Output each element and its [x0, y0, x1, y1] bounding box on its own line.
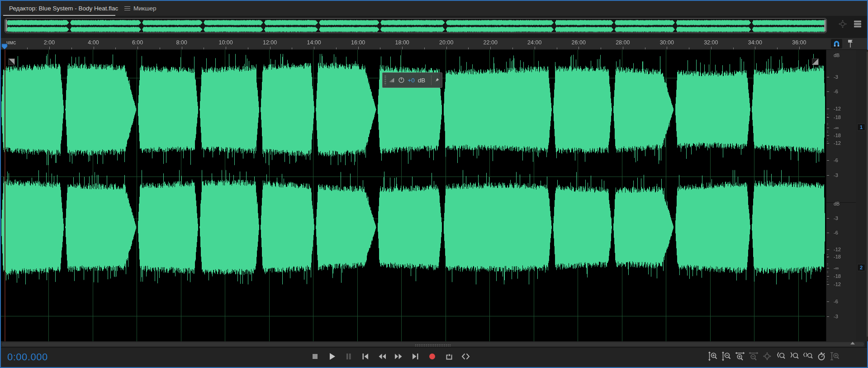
db-tick-label: -6 [834, 89, 838, 94]
status-bar: 0:00.000 [1, 347, 867, 367]
horizontal-scrollbar[interactable] [1, 341, 865, 347]
marker-flag-icon [847, 39, 854, 48]
ruler-tick [579, 47, 579, 49]
snap-toggle-button[interactable] [831, 39, 842, 48]
add-marker-button[interactable] [846, 39, 854, 48]
channel-2-badge[interactable]: 2 [857, 264, 865, 271]
scroll-up-arrow-icon[interactable] [850, 342, 855, 344]
db-tick-mark [827, 109, 829, 109]
db-tick-mark [827, 132, 828, 133]
ruler-time-label: 36:00 [792, 39, 806, 46]
db-tick-label: -18 [834, 115, 841, 120]
db-tick-mark [827, 272, 828, 273]
db-tick-mark [827, 135, 829, 136]
ruler-tick [115, 48, 116, 49]
ruler-tick [380, 48, 380, 49]
db-tick-mark [827, 175, 829, 176]
ruler-tick [689, 48, 689, 49]
zoom-in-point-button[interactable] [776, 351, 786, 362]
mixer-tab-label: Микшер [133, 5, 157, 12]
time-display[interactable]: 0:00.000 [7, 351, 48, 363]
db-tick-mark [827, 91, 829, 92]
ruler-tick [402, 47, 403, 49]
ruler-tick [667, 47, 667, 49]
db-tick-mark [827, 265, 828, 265]
ruler-tick [755, 47, 755, 49]
zoom-out-point-button[interactable] [789, 351, 799, 362]
skip-selection-button[interactable] [460, 351, 471, 362]
gain-value[interactable]: +0 [408, 77, 414, 84]
ruler-tick [182, 47, 182, 49]
waveform-display[interactable]: +0 dB [1, 50, 867, 341]
ruler-time-label: 20:00 [439, 39, 453, 46]
channel-1-badge[interactable]: 1 [857, 124, 865, 131]
db-tick-label: -12 [834, 140, 841, 146]
zoom-in-horizontal-button[interactable] [735, 351, 745, 362]
ruler-time-label: 32:00 [704, 39, 718, 46]
hud-separator [431, 75, 432, 85]
loop-playback-button[interactable] [443, 351, 454, 362]
ruler-time-label: 34:00 [748, 39, 762, 46]
ruler-tick [623, 47, 623, 49]
ruler-tick [468, 48, 469, 49]
volume-hud[interactable]: +0 dB [382, 72, 442, 88]
db-tick-mark [827, 218, 829, 219]
skip-to-start-button[interactable] [360, 351, 370, 362]
db-tick-label: -6 [834, 230, 838, 235]
knob-icon[interactable] [398, 75, 405, 85]
fast-forward-button[interactable] [393, 351, 404, 362]
ruler-tick [358, 47, 359, 49]
db-tick-mark [827, 128, 829, 128]
navigator-right-handle[interactable] [824, 19, 826, 32]
skip-to-end-button[interactable] [410, 351, 421, 362]
db-tick-label: -6 [834, 299, 838, 304]
pin-icon[interactable] [435, 76, 439, 84]
db-tick-mark [827, 316, 829, 317]
zoom-out-vertical-button[interactable] [721, 351, 731, 362]
ruler-time-label: 2:00 [44, 39, 55, 46]
db-tick-mark [827, 123, 828, 124]
navigator-left-handle[interactable] [5, 19, 7, 32]
zoom-reset-icon[interactable] [838, 19, 847, 29]
audition-editor-panel: Редактор: Blue System - Body Heat.flac М… [0, 0, 868, 368]
db-scale-column[interactable]: dB-3-6-12-18-∞-18-12-6-3dB-3-6-12-18-∞-1… [826, 50, 856, 341]
ruler-tick [645, 48, 645, 49]
db-tick-label: -18 [834, 254, 841, 259]
db-tick-mark [827, 143, 829, 143]
stop-button[interactable] [309, 351, 320, 362]
zoom-toolbar [708, 351, 840, 362]
tab-mixer[interactable]: Микшер [129, 1, 161, 16]
zoom-reset-vertical-button [830, 351, 840, 362]
db-tick-mark [827, 131, 828, 131]
playhead-handle[interactable] [1, 43, 8, 50]
db-tick-label: -12 [834, 282, 841, 287]
ruler-tick [160, 48, 160, 49]
tab-editor[interactable]: Редактор: Blue System - Body Heat.flac [3, 1, 137, 16]
db-tick-label: -3 [834, 74, 838, 80]
db-tick-mark [827, 117, 828, 117]
zoom-selection-button[interactable] [803, 351, 813, 362]
ruler-tick [446, 47, 447, 49]
queue-list-icon[interactable] [853, 19, 863, 29]
record-button[interactable] [427, 351, 437, 362]
db-tick-mark [827, 233, 829, 233]
db-tick-mark [827, 117, 829, 118]
play-button[interactable] [326, 351, 337, 362]
zoom-duration-button[interactable] [816, 351, 826, 362]
corner-handle-top-left-icon[interactable] [8, 58, 15, 65]
channel-badge-column: 1 2 [856, 50, 867, 341]
zoom-in-vertical-button[interactable] [708, 351, 718, 362]
zoom-reset-button [762, 351, 772, 362]
hscroll-thumb[interactable] [2, 342, 864, 346]
db-tick-mark [827, 271, 828, 272]
timeline-ruler[interactable]: чмс 2:004:006:008:0010:0012:0014:0016:00… [1, 38, 867, 50]
db-tick-label: -3 [834, 215, 838, 221]
db-tick-mark [827, 284, 829, 285]
rewind-button[interactable] [376, 351, 387, 362]
corner-handle-top-right-icon[interactable] [812, 58, 819, 65]
waveform-canvas[interactable] [1, 50, 825, 341]
grip-icon[interactable] [384, 75, 386, 85]
db-tick-mark [827, 276, 829, 277]
ruler-time-label: 18:00 [395, 39, 409, 46]
overview-navigator[interactable] [5, 18, 827, 33]
